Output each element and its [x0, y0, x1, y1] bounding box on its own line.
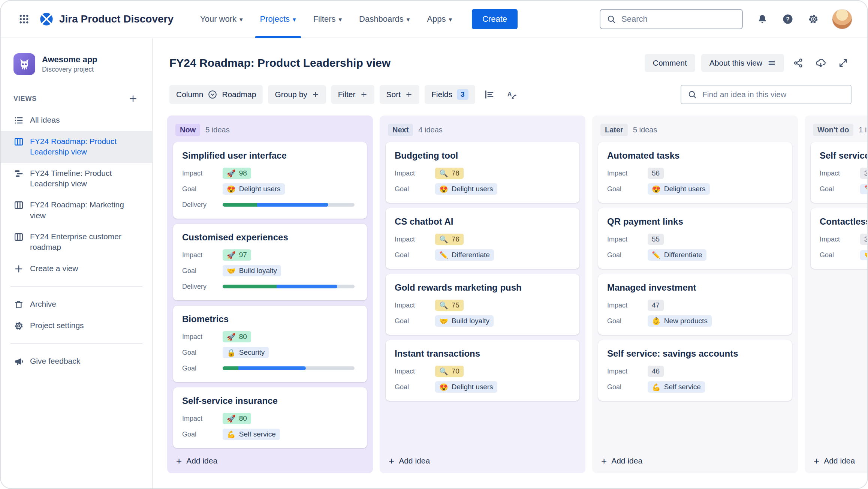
- global-search[interactable]: [600, 9, 743, 29]
- goal-badge[interactable]: 👶New products: [648, 315, 712, 327]
- add-idea-button[interactable]: +Add idea: [597, 449, 793, 468]
- add-idea-button[interactable]: +Add idea: [172, 449, 368, 468]
- goal-badge[interactable]: 😍Delight users: [435, 381, 497, 393]
- sidebar-item-label: FY24 Enterprise customer roadmap: [30, 231, 139, 253]
- idea-card[interactable]: Self service: savings accountsImpact46Go…: [598, 340, 792, 401]
- impact-badge[interactable]: 🚀97: [223, 249, 251, 261]
- view-layout-button[interactable]: [480, 86, 498, 103]
- fullscreen-button[interactable]: [835, 55, 852, 71]
- badge-emoji-icon: 🤝: [864, 252, 867, 259]
- impact-badge[interactable]: 55: [648, 234, 664, 245]
- goal-badge[interactable]: 🤝Build loyalty: [223, 265, 281, 276]
- sidebar-item-fy24-roadmap-marketing[interactable]: FY24 Roadmap: Marketing view: [1, 194, 152, 226]
- find-idea-input[interactable]: [702, 90, 845, 99]
- idea-card[interactable]: Self-service insuranceImpact🚀80Goal💪Self…: [173, 387, 367, 448]
- fields-button[interactable]: Fields 3: [425, 85, 475, 104]
- nav-filters[interactable]: Filters▾: [305, 0, 350, 38]
- impact-badge[interactable]: 🚀80: [223, 331, 251, 342]
- impact-badge[interactable]: 🔍75: [435, 300, 464, 311]
- nav-projects[interactable]: Projects▾: [251, 0, 305, 38]
- sidebar-item-project-settings[interactable]: Project settings: [1, 315, 152, 336]
- goal-badge[interactable]: 😍Delight users: [223, 183, 285, 195]
- idea-card[interactable]: BiometricsImpact🚀80Goal🔒SecurityGoal: [173, 306, 367, 382]
- idea-card[interactable]: Self service:Impact36Goal✏️: [811, 142, 867, 203]
- find-idea-search[interactable]: [681, 85, 852, 104]
- card-field-row: Goal: [182, 360, 358, 376]
- goal-badge[interactable]: 🤝: [860, 250, 867, 260]
- app-switcher-button[interactable]: [16, 11, 32, 27]
- app-logo-home[interactable]: Jira Product Discovery: [39, 12, 174, 27]
- impact-badge[interactable]: 🚀80: [223, 413, 251, 424]
- goal-badge[interactable]: 🔒Security: [223, 347, 269, 358]
- sidebar-item-create-a-view[interactable]: Create a view: [1, 258, 152, 279]
- sidebar-item-give-feedback[interactable]: Give feedback: [1, 351, 152, 372]
- about-this-view-button[interactable]: About this view: [701, 54, 784, 72]
- impact-badge[interactable]: 47: [648, 300, 664, 311]
- idea-card[interactable]: Customised experiencesImpact🚀97Goal🤝Buil…: [173, 224, 367, 300]
- group-by-button[interactable]: Group by: [268, 85, 326, 104]
- sort-button[interactable]: Sort: [380, 85, 420, 104]
- notifications-button[interactable]: [756, 12, 769, 26]
- share-button[interactable]: [790, 55, 807, 71]
- project-header[interactable]: Awesome app Discovery project: [1, 51, 152, 79]
- sidebar-item-fy24-enterprise-roadmap[interactable]: FY24 Enterprise customer roadmap: [1, 226, 152, 258]
- goal-badge[interactable]: 🤝Build loyalty: [435, 315, 494, 327]
- idea-card[interactable]: Instant transactionsImpact🔍70Goal😍Deligh…: [386, 340, 579, 401]
- goal-badge[interactable]: 💪Self service: [223, 429, 280, 440]
- sidebar-item-all-ideas[interactable]: All ideas: [1, 110, 152, 131]
- badge-text: 75: [452, 301, 459, 309]
- create-button[interactable]: Create: [472, 9, 518, 29]
- sort-alpha-button[interactable]: A: [503, 86, 520, 103]
- card-field-row: Impact46: [607, 363, 783, 379]
- add-idea-button[interactable]: +Add idea: [810, 449, 867, 468]
- cloud-publish-button[interactable]: [813, 55, 829, 71]
- idea-card[interactable]: Budgeting toolImpact🔍78Goal😍Delight user…: [386, 142, 579, 203]
- delivery-progress-bar: [223, 285, 355, 288]
- impact-badge[interactable]: 56: [648, 168, 664, 179]
- impact-badge[interactable]: 36: [860, 168, 867, 179]
- help-button[interactable]: ?: [781, 12, 795, 26]
- idea-card-title: Managed investment: [607, 282, 783, 293]
- nav-apps[interactable]: Apps▾: [418, 0, 461, 38]
- impact-badge[interactable]: 🔍70: [435, 366, 464, 377]
- idea-card[interactable]: Managed investmentImpact47Goal👶New produ…: [598, 274, 792, 335]
- nav-dashboards[interactable]: Dashboards▾: [350, 0, 418, 38]
- settings-button[interactable]: [807, 12, 820, 26]
- goal-badge[interactable]: ✏️: [860, 184, 867, 194]
- goal-badge[interactable]: 😍Delight users: [435, 183, 497, 195]
- idea-card[interactable]: QR payment linksImpact55Goal✏️Differenti…: [598, 208, 792, 269]
- goal-badge[interactable]: 💪Self service: [648, 381, 705, 393]
- goal-badge[interactable]: ✏️Differentiate: [435, 249, 494, 261]
- global-search-input[interactable]: [621, 14, 736, 24]
- project-type: Discovery project: [42, 66, 97, 74]
- impact-badge[interactable]: 🔍76: [435, 234, 464, 245]
- impact-badge[interactable]: 🚀98: [223, 168, 251, 179]
- impact-badge[interactable]: 30: [860, 234, 867, 245]
- comment-button[interactable]: Comment: [645, 54, 695, 72]
- idea-card[interactable]: CS chatbot AIImpact🔍76Goal✏️Differentiat…: [386, 208, 579, 269]
- nav-your-work[interactable]: Your work▾: [192, 0, 251, 38]
- goal-badge[interactable]: ✏️Differentiate: [648, 249, 706, 261]
- badge-text: Delight users: [664, 185, 706, 193]
- sidebar-item-fy24-roadmap-product-leadership[interactable]: FY24 Roadmap: Product Leadership view: [1, 131, 152, 163]
- idea-card[interactable]: Simplified user interfaceImpact🚀98Goal😍D…: [173, 142, 367, 219]
- user-avatar[interactable]: [832, 9, 852, 29]
- card-field-row: Impact🔍76: [395, 231, 570, 247]
- add-view-button[interactable]: [127, 92, 139, 105]
- column-selector[interactable]: Column Roadmap: [169, 85, 263, 104]
- badge-text: 46: [652, 367, 660, 375]
- sidebar-item-fy24-timeline-product-leadership[interactable]: FY24 Timeline: Product Leadership view: [1, 163, 152, 195]
- filter-button[interactable]: Filter: [331, 85, 374, 104]
- impact-badge[interactable]: 46: [648, 366, 664, 377]
- sidebar-item-archive[interactable]: Archive: [1, 294, 152, 315]
- badge-emoji-icon: 🔍: [439, 368, 448, 375]
- idea-card[interactable]: Gold rewards marketing pushImpact🔍75Goal…: [386, 274, 579, 335]
- impact-badge[interactable]: 🔍78: [435, 168, 464, 179]
- add-idea-button[interactable]: +Add idea: [385, 449, 580, 468]
- goal-badge[interactable]: 😍Delight users: [648, 183, 710, 195]
- idea-card[interactable]: Automated tasksImpact56Goal😍Delight user…: [598, 142, 792, 203]
- card-list: Budgeting toolImpact🔍78Goal😍Delight user…: [385, 142, 580, 449]
- badge-text: Delight users: [452, 383, 493, 391]
- sidebar-item-label: All ideas: [30, 115, 60, 125]
- idea-card[interactable]: ContactlessImpact30Goal🤝: [811, 208, 867, 269]
